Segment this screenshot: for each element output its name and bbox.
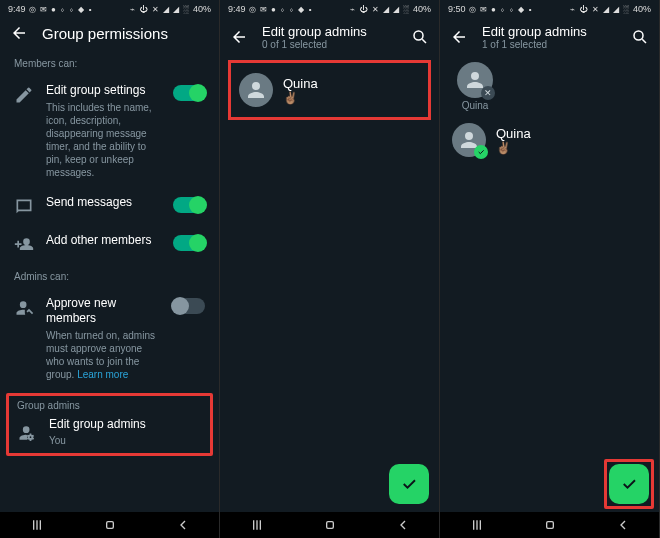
highlight-edit-admins: Group admins Edit group admins You xyxy=(6,393,213,457)
row-edit-group-settings[interactable]: Edit group settings This includes the na… xyxy=(6,75,213,187)
page-title: Edit group admins xyxy=(482,24,617,39)
row-title: Send messages xyxy=(46,195,161,211)
status-time: 9:49 xyxy=(228,4,246,14)
svg-rect-2 xyxy=(326,522,333,529)
screen-edit-admins-unselected: 9:49 ◎ ✉ ● ⬨ ⬨ ◆ • ⌁ ⏻ ✕ ◢ ◢ ░ 40% Edit … xyxy=(220,0,440,538)
svg-rect-4 xyxy=(546,522,553,529)
page-title: Group permissions xyxy=(42,25,168,42)
confirm-fab[interactable] xyxy=(389,464,429,504)
chip-name: Quina xyxy=(462,100,489,111)
nav-bar xyxy=(220,512,439,538)
row-add-members[interactable]: Add other members xyxy=(6,225,213,263)
nav-bar xyxy=(440,512,659,538)
search-icon[interactable] xyxy=(631,28,649,46)
row-approve-members[interactable]: Approve new members When turned on, admi… xyxy=(6,288,213,389)
chat-icon xyxy=(14,197,34,217)
nav-back[interactable] xyxy=(163,516,203,534)
nav-back[interactable] xyxy=(383,516,423,534)
toggle-send-messages[interactable] xyxy=(173,197,205,213)
contact-row-quina[interactable]: Quina ✌🏽 xyxy=(233,67,426,113)
svg-point-1 xyxy=(414,31,423,40)
contact-row-quina[interactable]: Quina ✌🏽 xyxy=(446,117,653,163)
admins-can-label: Admins can: xyxy=(6,263,213,288)
nav-recents[interactable] xyxy=(17,516,57,534)
search-icon[interactable] xyxy=(411,28,429,46)
nav-bar xyxy=(0,512,219,538)
admin-user-icon xyxy=(17,423,37,443)
row-title: Add other members xyxy=(46,233,161,249)
nav-home[interactable] xyxy=(310,516,350,534)
group-admins-label: Group admins xyxy=(9,396,210,413)
app-header: Edit group admins 1 of 1 selected xyxy=(440,18,659,58)
page-subtitle: 0 of 1 selected xyxy=(262,39,397,50)
nav-home[interactable] xyxy=(90,516,130,534)
row-send-messages[interactable]: Send messages xyxy=(6,187,213,225)
learn-more-link[interactable]: Learn more xyxy=(77,369,128,380)
contact-status: ✌🏽 xyxy=(496,141,531,155)
highlight-fab xyxy=(604,459,654,509)
selected-chip-quina[interactable]: ✕ Quina xyxy=(452,62,498,111)
status-time: 9:50 xyxy=(448,4,466,14)
approve-user-icon xyxy=(14,298,34,318)
app-header: Edit group admins 0 of 1 selected xyxy=(220,18,439,58)
back-icon[interactable] xyxy=(230,28,248,46)
status-left-icons: ◎ ✉ ● ⬨ ⬨ ◆ • xyxy=(249,5,313,14)
back-icon[interactable] xyxy=(450,28,468,46)
row-sub: You xyxy=(49,434,202,447)
nav-home[interactable] xyxy=(530,516,570,534)
selected-chip-row: ✕ Quina xyxy=(446,58,653,117)
status-battery: 40% xyxy=(413,4,431,14)
pencil-icon xyxy=(14,85,34,105)
svg-point-3 xyxy=(634,31,643,40)
status-right-icons: ⌁ ⏻ ✕ ◢ ◢ ░ xyxy=(350,5,410,14)
toggle-add-members[interactable] xyxy=(173,235,205,251)
row-title: Approve new members xyxy=(46,296,161,327)
status-battery: 40% xyxy=(193,4,211,14)
toggle-edit-group-settings[interactable] xyxy=(173,85,205,101)
row-desc: When turned on, admins must approve anyo… xyxy=(46,329,161,381)
status-bar: 9:49 ◎ ✉ ● ⬨ ⬨ ◆ • ⌁ ⏻ ✕ ◢ ◢ ░ 40% xyxy=(0,0,219,18)
avatar xyxy=(239,73,273,107)
row-desc: This includes the name, icon, descriptio… xyxy=(46,101,161,179)
add-user-icon xyxy=(14,235,34,255)
status-battery: 40% xyxy=(633,4,651,14)
highlight-contact: Quina ✌🏽 xyxy=(228,60,431,120)
contact-name: Quina xyxy=(496,126,531,141)
app-header: Group permissions xyxy=(0,18,219,50)
status-left-icons: ◎ ✉ ● ⬨ ⬨ ◆ • xyxy=(469,5,533,14)
status-right-icons: ⌁ ⏻ ✕ ◢ ◢ ░ xyxy=(570,5,630,14)
avatar xyxy=(452,123,486,157)
status-time: 9:49 xyxy=(8,4,26,14)
row-title: Edit group admins xyxy=(49,417,202,433)
nav-recents[interactable] xyxy=(237,516,277,534)
toggle-approve-members[interactable] xyxy=(173,298,205,314)
avatar: ✕ xyxy=(457,62,493,98)
status-bar: 9:50 ◎ ✉ ● ⬨ ⬨ ◆ • ⌁ ⏻ ✕ ◢ ◢ ░ 40% xyxy=(440,0,659,18)
contact-status: ✌🏽 xyxy=(283,91,318,105)
row-title: Edit group settings xyxy=(46,83,161,99)
page-title: Edit group admins xyxy=(262,24,397,39)
members-can-label: Members can: xyxy=(6,50,213,75)
screen-edit-admins-selected: 9:50 ◎ ✉ ● ⬨ ⬨ ◆ • ⌁ ⏻ ✕ ◢ ◢ ░ 40% Edit … xyxy=(440,0,660,538)
screen-group-permissions: 9:49 ◎ ✉ ● ⬨ ⬨ ◆ • ⌁ ⏻ ✕ ◢ ◢ ░ 40% Group… xyxy=(0,0,220,538)
svg-rect-0 xyxy=(106,522,113,529)
selected-check-icon xyxy=(474,145,488,159)
status-right-icons: ⌁ ⏻ ✕ ◢ ◢ ░ xyxy=(130,5,190,14)
nav-back[interactable] xyxy=(603,516,643,534)
remove-icon[interactable]: ✕ xyxy=(481,86,495,100)
nav-recents[interactable] xyxy=(457,516,497,534)
status-bar: 9:49 ◎ ✉ ● ⬨ ⬨ ◆ • ⌁ ⏻ ✕ ◢ ◢ ░ 40% xyxy=(220,0,439,18)
row-edit-group-admins[interactable]: Edit group admins You xyxy=(9,413,210,454)
status-left-icons: ◎ ✉ ● ⬨ ⬨ ◆ • xyxy=(29,5,93,14)
back-icon[interactable] xyxy=(10,24,28,42)
page-subtitle: 1 of 1 selected xyxy=(482,39,617,50)
contact-name: Quina xyxy=(283,76,318,91)
